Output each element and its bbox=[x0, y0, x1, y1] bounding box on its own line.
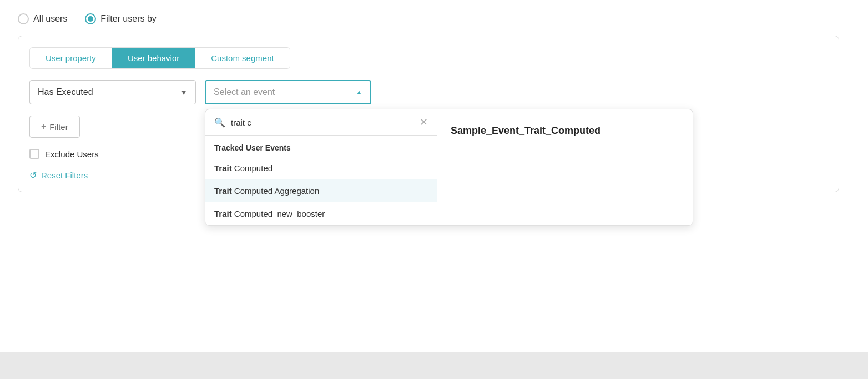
event-bold-3: Trait bbox=[214, 209, 232, 218]
radio-all-users[interactable]: All users bbox=[18, 13, 67, 24]
category-header: Tracked User Events bbox=[205, 136, 437, 157]
event-placeholder: Select an event bbox=[214, 87, 275, 97]
exclude-users-checkbox[interactable] bbox=[29, 149, 39, 159]
event-bold-2: Trait bbox=[214, 186, 232, 196]
has-executed-arrow: ▼ bbox=[180, 88, 188, 97]
dropdown-panel: 🔍 ✕ Tracked User Events Trait Computed T… bbox=[205, 109, 693, 226]
reset-filters-label: Reset Filters bbox=[41, 171, 88, 180]
exclude-users-label: Exclude Users bbox=[45, 149, 99, 159]
event-detail-name: Sample_Event_Trait_Computed bbox=[451, 125, 600, 137]
dropdown-right: Sample_Event_Trait_Computed bbox=[437, 109, 693, 225]
radio-circle-filter-users bbox=[85, 13, 96, 24]
filter-plus-icon: + bbox=[41, 122, 46, 132]
tab-user-property[interactable]: User property bbox=[30, 48, 112, 68]
radio-label-all-users: All users bbox=[33, 14, 67, 24]
radio-circle-all-users bbox=[18, 13, 29, 24]
tab-user-behavior[interactable]: User behavior bbox=[112, 48, 195, 68]
controls-row: Has Executed ▼ Select an event ▲ 🔍 ✕ bbox=[29, 80, 827, 104]
event-item-trait-computed-new-booster[interactable]: Trait Computed_new_booster bbox=[205, 202, 437, 225]
filter-button-label: Filter bbox=[49, 122, 68, 132]
event-item-trait-computed[interactable]: Trait Computed bbox=[205, 157, 437, 179]
event-dropdown-trigger[interactable]: Select an event ▲ bbox=[205, 80, 371, 104]
event-item-trait-computed-aggregation[interactable]: Trait Computed Aggregation bbox=[205, 179, 437, 202]
event-rest-3: Computed_new_booster bbox=[232, 209, 325, 218]
event-arrow-icon: ▲ bbox=[356, 88, 362, 96]
reset-icon: ↺ bbox=[29, 170, 37, 181]
tab-row: User property User behavior Custom segme… bbox=[29, 47, 290, 69]
event-rest-2: Computed Aggregation bbox=[232, 186, 320, 196]
event-rest-1: Computed bbox=[232, 163, 272, 173]
radio-label-filter-users: Filter users by bbox=[100, 14, 156, 24]
filter-box: User property User behavior Custom segme… bbox=[18, 36, 839, 192]
page-container: All users Filter users by User property … bbox=[0, 0, 868, 206]
tab-custom-segment[interactable]: Custom segment bbox=[195, 48, 289, 68]
dropdown-left: 🔍 ✕ Tracked User Events Trait Computed T… bbox=[205, 109, 437, 225]
radio-filter-users[interactable]: Filter users by bbox=[85, 13, 156, 24]
event-bold-1: Trait bbox=[214, 163, 232, 173]
bottom-bar bbox=[0, 352, 868, 379]
has-executed-dropdown[interactable]: Has Executed ▼ bbox=[29, 80, 196, 104]
search-input[interactable] bbox=[231, 118, 414, 127]
search-icon: 🔍 bbox=[214, 117, 225, 128]
search-box: 🔍 ✕ bbox=[205, 109, 437, 136]
filter-button[interactable]: + Filter bbox=[29, 116, 80, 138]
radio-row: All users Filter users by bbox=[18, 13, 850, 24]
clear-icon[interactable]: ✕ bbox=[420, 116, 428, 128]
has-executed-label: Has Executed bbox=[38, 87, 93, 97]
